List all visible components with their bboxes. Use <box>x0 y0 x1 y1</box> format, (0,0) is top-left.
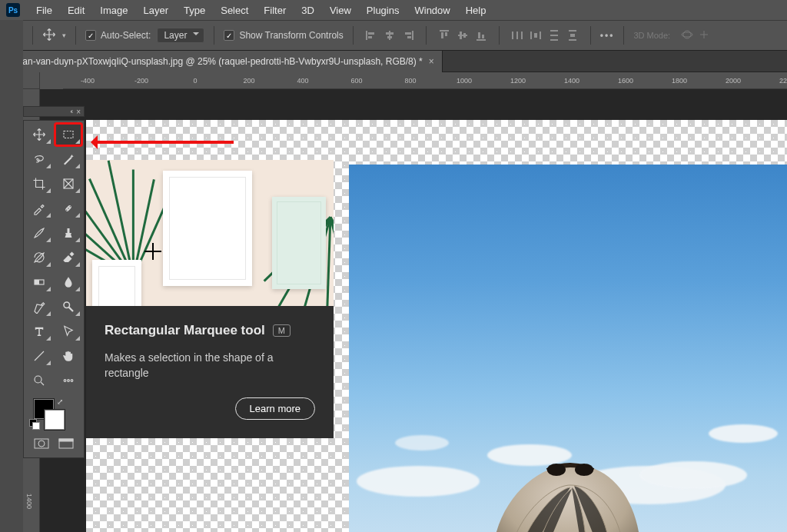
align-left-icon[interactable] <box>363 27 380 44</box>
ruler-h-label: 1000 <box>457 77 472 85</box>
document-canvas[interactable]: Rectangular Marquee tool M Makes a selec… <box>86 120 787 532</box>
ruler-h-label: 0 <box>193 77 197 85</box>
menu-plugins[interactable]: Plugins <box>360 2 407 19</box>
auto-select-label: Auto-Select: <box>101 30 151 41</box>
hand-tool[interactable] <box>55 345 81 367</box>
menu-file[interactable]: File <box>29 2 59 19</box>
menu-help[interactable]: Help <box>459 2 493 19</box>
distribute-h2-icon[interactable] <box>527 27 544 44</box>
blur-tool[interactable] <box>55 271 81 293</box>
ruler-h-label: 1800 <box>672 77 687 85</box>
menu-filter[interactable]: Filter <box>257 2 293 19</box>
close-panel-icon[interactable]: × <box>76 108 81 116</box>
collapse-chevron-icon[interactable]: ‹‹ <box>70 108 71 115</box>
align-center-h-icon[interactable] <box>381 27 398 44</box>
rectangular-marquee-tool[interactable] <box>55 124 81 145</box>
ruler-v-label: 1400 <box>25 494 33 509</box>
brush-tool[interactable] <box>26 222 52 244</box>
zoom-tool[interactable] <box>26 370 52 391</box>
line-tool[interactable] <box>26 345 52 367</box>
screen-mode-icon[interactable] <box>55 436 77 451</box>
svg-rect-7 <box>405 32 411 35</box>
lasso-tool[interactable] <box>26 148 52 170</box>
crosshair-cursor-icon <box>144 243 161 260</box>
svg-rect-50 <box>59 439 73 441</box>
document-tab[interactable]: florian-van-duyn-pXToxwjqIiQ-unsplash.jp… <box>0 51 443 72</box>
move-tool[interactable] <box>26 124 52 145</box>
default-colors-icon[interactable] <box>29 419 38 428</box>
ruler-h-label: 200 <box>243 77 254 85</box>
type-tool[interactable] <box>26 321 52 342</box>
quick-mask-icon[interactable] <box>31 436 52 451</box>
align-top-icon[interactable] <box>436 27 453 44</box>
dodge-tool[interactable] <box>55 296 81 318</box>
move-tool-icon[interactable] <box>42 28 56 44</box>
path-selection-tool[interactable] <box>55 321 81 342</box>
frame-tool[interactable] <box>55 173 81 195</box>
left-gutter <box>0 20 23 532</box>
distribute-h-icon[interactable] <box>509 27 526 44</box>
canvas-viewport[interactable]: Rectangular Marquee tool M Makes a selec… <box>40 89 787 532</box>
svg-point-43 <box>35 376 42 383</box>
eyedropper-tool[interactable] <box>26 198 52 219</box>
color-swatches: ⤢ <box>26 396 81 433</box>
ruler-horizontal[interactable]: -400 -200 0 200 400 600 800 1000 1200 14… <box>63 72 787 89</box>
pan-icon[interactable] <box>698 28 710 43</box>
auto-select-checkbox[interactable]: Auto-Select: <box>85 30 151 41</box>
show-transform-label: Show Transform Controls <box>239 30 343 41</box>
svg-rect-16 <box>478 32 480 38</box>
menu-select[interactable]: Select <box>214 2 255 19</box>
spot-healing-tool[interactable] <box>55 198 81 219</box>
svg-rect-11 <box>445 32 447 36</box>
ruler-h-label: 1200 <box>510 77 526 85</box>
swap-colors-icon[interactable]: ⤢ <box>57 397 63 406</box>
svg-rect-3 <box>389 31 390 40</box>
background-color[interactable] <box>45 410 65 430</box>
ruler-h-label: 800 <box>404 77 416 85</box>
distribute-v2-icon[interactable] <box>564 27 581 44</box>
document-tab-bar: florian-van-duyn-pXToxwjqIiQ-unsplash.jp… <box>0 51 787 72</box>
learn-more-button[interactable]: Learn more <box>235 397 315 420</box>
history-brush-tool[interactable] <box>26 247 52 268</box>
ruler-origin[interactable] <box>23 72 40 89</box>
more-options-icon[interactable]: ••• <box>600 30 615 41</box>
align-bottom-icon[interactable] <box>473 27 490 44</box>
svg-rect-19 <box>516 32 518 39</box>
menu-image[interactable]: Image <box>93 2 134 19</box>
3d-mode-icons <box>681 28 710 43</box>
menu-window[interactable]: Window <box>407 2 457 19</box>
svg-rect-1 <box>368 32 374 35</box>
tool-preset-chevron-icon[interactable]: ▾ <box>62 32 66 39</box>
align-right-icon[interactable] <box>400 27 417 44</box>
show-transform-checkbox[interactable]: Show Transform Controls <box>224 30 343 41</box>
eraser-tool[interactable] <box>55 247 81 268</box>
svg-rect-17 <box>482 35 484 38</box>
svg-point-44 <box>64 380 66 382</box>
magic-wand-tool[interactable] <box>55 148 81 170</box>
ruler-h-label: 2200 <box>779 77 787 85</box>
menu-type[interactable]: Type <box>177 2 212 19</box>
crop-tool[interactable] <box>26 173 52 195</box>
auto-select-target-dropdown[interactable]: Layer <box>157 28 204 43</box>
edit-toolbar-button[interactable] <box>55 370 81 391</box>
document-tab-title: florian-van-duyn-pXToxwjqIiQ-unsplash.jp… <box>8 56 423 67</box>
menu-view[interactable]: View <box>323 2 358 19</box>
gradient-tool[interactable] <box>26 271 52 293</box>
clone-stamp-tool[interactable] <box>55 222 81 244</box>
svg-point-45 <box>68 380 70 382</box>
svg-rect-12 <box>458 35 467 36</box>
orbit-icon[interactable] <box>681 28 693 43</box>
menu-3d[interactable]: 3D <box>294 2 321 19</box>
menu-layer[interactable]: Layer <box>137 2 176 19</box>
align-center-v-icon[interactable] <box>454 27 471 44</box>
close-tab-icon[interactable]: × <box>429 56 434 67</box>
menu-edit[interactable]: Edit <box>61 2 91 19</box>
svg-rect-0 <box>366 31 367 40</box>
app-logo[interactable]: Ps <box>6 3 20 17</box>
pen-tool[interactable] <box>26 296 52 318</box>
ruler-h-label: 1600 <box>618 77 633 85</box>
distribute-group <box>509 27 581 44</box>
distribute-v-icon[interactable] <box>546 27 563 44</box>
sky-image-layer <box>349 165 787 532</box>
toolbox-header[interactable]: ‹‹ × <box>23 106 85 117</box>
